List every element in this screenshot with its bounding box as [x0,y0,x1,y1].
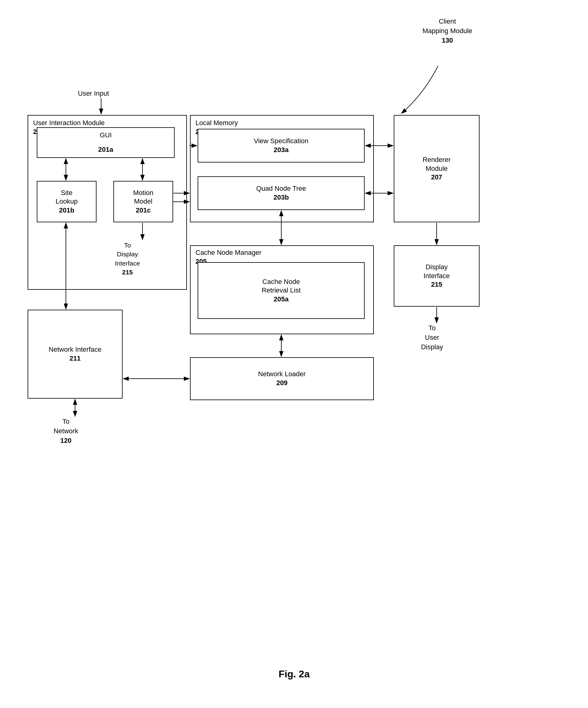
to-display-interface-label: ToDisplayInterface215 [100,241,155,277]
uim-label: User Interaction Module [33,119,105,127]
site-lookup-box: SiteLookup 201b [37,181,96,222]
diagram-container: Client Mapping Module 130 User Input Use… [0,0,588,708]
network-interface-box: Network Interface 211 [28,310,123,399]
network-loader-box: Network Loader 209 [190,357,374,400]
figure-label: Fig. 2a [251,669,337,680]
to-network-label: ToNetwork120 [43,417,89,445]
client-mapping-module-label: Client Mapping Module 130 [407,17,487,45]
display-interface-box: DisplayInterface 215 [394,245,479,306]
to-user-display-label: ToUserDisplay [397,324,467,352]
view-spec-box: View Specification 203a [198,129,365,163]
user-input-label: User Input [69,89,118,98]
cache-node-retrieval-list-box: Cache NodeRetrieval List 205a [198,262,365,319]
quad-node-tree-box: Quad Node Tree 203b [198,176,365,210]
renderer-module-box: RendererModule 207 [394,115,479,222]
gui-box: GUI 201a [37,127,175,158]
motion-model-box: MotionModel 201c [113,181,173,222]
